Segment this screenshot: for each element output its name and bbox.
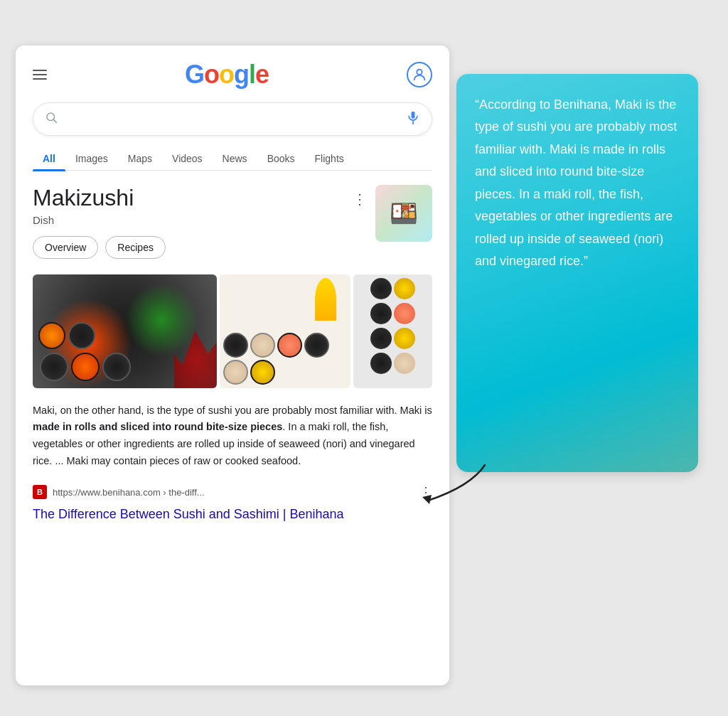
mic-icon[interactable]: [406, 110, 420, 128]
svg-line-2: [53, 119, 56, 122]
source-url: https://www.benihana.com › the-diff...: [53, 487, 205, 498]
nav-tabs: All Images Maps Videos News Books Flight…: [33, 147, 432, 171]
kp-subtitle: Dish: [33, 214, 344, 226]
tab-images[interactable]: Images: [65, 147, 118, 170]
kp-image-thumbnail[interactable]: 🍱: [375, 185, 432, 242]
gallery-image-3[interactable]: [353, 274, 432, 388]
source-favicon: B: [33, 485, 47, 499]
kp-text: Makizushi Dish Overview Recipes: [33, 185, 344, 259]
result-text: Maki, on the other hand, is the type of …: [33, 402, 432, 471]
knowledge-panel: Makizushi Dish Overview Recipes ⋮ 🍱: [33, 185, 432, 259]
source-row: B https://www.benihana.com › the-diff...…: [33, 484, 432, 500]
svg-rect-3: [412, 111, 415, 118]
hamburger-menu[interactable]: [33, 70, 47, 80]
tab-news[interactable]: News: [213, 147, 257, 170]
gallery-image-1[interactable]: [33, 274, 217, 388]
header: Google: [33, 60, 432, 90]
tab-books[interactable]: Books: [257, 147, 305, 170]
kp-more-options-icon[interactable]: ⋮: [353, 185, 367, 208]
image-gallery: [33, 274, 432, 388]
quote-card: “According to Benihana, Maki is the type…: [456, 74, 698, 472]
kp-buttons: Overview Recipes: [33, 236, 344, 259]
source-more-options[interactable]: ⋮: [419, 484, 432, 500]
kp-recipes-button[interactable]: Recipes: [105, 236, 166, 259]
tab-maps[interactable]: Maps: [118, 147, 162, 170]
google-logo: Google: [185, 60, 269, 90]
search-input[interactable]: what is maki sushi: [66, 112, 397, 126]
search-card: Google what is maki sushi: [16, 46, 449, 685]
tab-flights[interactable]: Flights: [305, 147, 354, 170]
kp-overview-button[interactable]: Overview: [33, 236, 98, 259]
kp-title: Makizushi: [33, 185, 344, 211]
result-link[interactable]: The Difference Between Sushi and Sashimi…: [33, 507, 344, 521]
svg-point-0: [417, 69, 422, 74]
quote-text: “According to Benihana, Maki is the type…: [475, 94, 680, 273]
source-left: B https://www.benihana.com › the-diff...: [33, 485, 205, 499]
tab-all[interactable]: All: [33, 147, 65, 170]
search-icon: [45, 111, 58, 127]
search-bar[interactable]: what is maki sushi: [33, 102, 432, 136]
user-account-icon[interactable]: [407, 62, 432, 87]
gallery-image-2[interactable]: [220, 274, 351, 388]
tab-videos[interactable]: Videos: [162, 147, 213, 170]
